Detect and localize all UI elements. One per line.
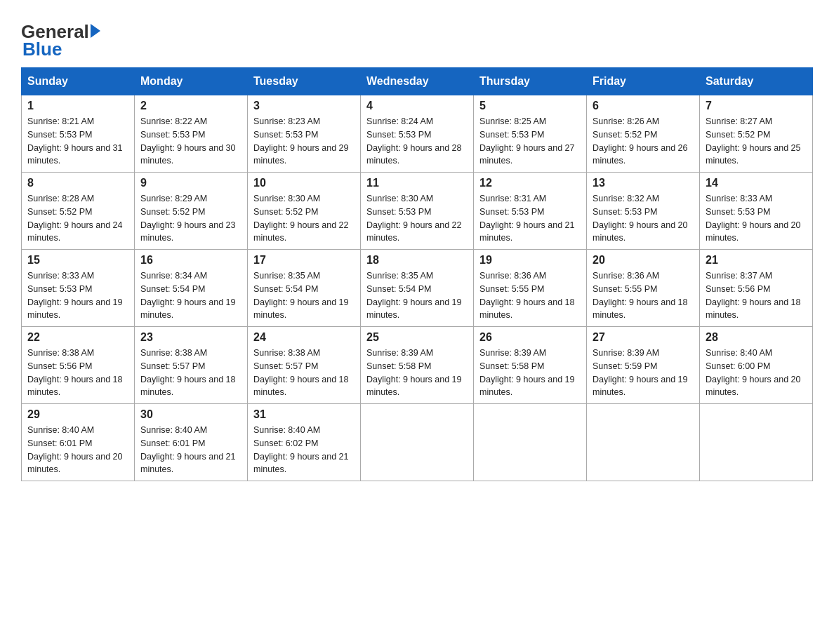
day-number: 15 [27, 254, 128, 267]
calendar-day-cell: 1 Sunrise: 8:21 AM Sunset: 5:53 PM Dayli… [22, 95, 135, 173]
calendar-day-cell: 27 Sunrise: 8:39 AM Sunset: 5:59 PM Dayl… [587, 327, 700, 404]
weekday-header-thursday: Thursday [474, 68, 587, 95]
calendar-week-row: 22 Sunrise: 8:38 AM Sunset: 5:56 PM Dayl… [22, 327, 813, 404]
day-number: 20 [593, 254, 694, 267]
calendar-day-cell: 11 Sunrise: 8:30 AM Sunset: 5:53 PM Dayl… [361, 173, 474, 250]
day-number: 8 [27, 177, 128, 189]
calendar-day-cell: 21 Sunrise: 8:37 AM Sunset: 5:56 PM Dayl… [700, 250, 813, 327]
day-number: 23 [140, 331, 241, 344]
calendar-day-cell [700, 404, 813, 481]
calendar-week-row: 29 Sunrise: 8:40 AM Sunset: 6:01 PM Dayl… [22, 404, 813, 481]
day-info: Sunrise: 8:36 AM Sunset: 5:55 PM Dayligh… [593, 269, 694, 322]
day-info: Sunrise: 8:38 AM Sunset: 5:57 PM Dayligh… [140, 347, 241, 399]
logo-blue-text: Blue [21, 39, 100, 60]
day-info: Sunrise: 8:30 AM Sunset: 5:52 PM Dayligh… [253, 192, 355, 245]
day-number: 3 [253, 100, 355, 112]
day-number: 17 [253, 254, 355, 267]
day-info: Sunrise: 8:33 AM Sunset: 5:53 PM Dayligh… [706, 192, 807, 245]
day-info: Sunrise: 8:27 AM Sunset: 5:52 PM Dayligh… [706, 115, 807, 168]
day-info: Sunrise: 8:40 AM Sunset: 6:01 PM Dayligh… [140, 424, 241, 476]
day-number: 24 [253, 331, 355, 344]
day-number: 6 [593, 100, 694, 112]
day-number: 9 [140, 177, 241, 189]
day-info: Sunrise: 8:21 AM Sunset: 5:53 PM Dayligh… [27, 115, 128, 168]
day-info: Sunrise: 8:36 AM Sunset: 5:55 PM Dayligh… [479, 269, 581, 322]
day-info: Sunrise: 8:40 AM Sunset: 6:01 PM Dayligh… [27, 424, 128, 476]
calendar-week-row: 15 Sunrise: 8:33 AM Sunset: 5:53 PM Dayl… [22, 250, 813, 327]
weekday-header-monday: Monday [135, 68, 248, 95]
calendar-day-cell [587, 404, 700, 481]
day-info: Sunrise: 8:24 AM Sunset: 5:53 PM Dayligh… [366, 115, 468, 168]
day-info: Sunrise: 8:39 AM Sunset: 5:58 PM Dayligh… [479, 347, 581, 399]
day-info: Sunrise: 8:34 AM Sunset: 5:54 PM Dayligh… [140, 269, 241, 322]
calendar-day-cell: 3 Sunrise: 8:23 AM Sunset: 5:53 PM Dayli… [248, 95, 361, 173]
day-info: Sunrise: 8:35 AM Sunset: 5:54 PM Dayligh… [253, 269, 355, 322]
calendar-day-cell: 23 Sunrise: 8:38 AM Sunset: 5:57 PM Dayl… [135, 327, 248, 404]
calendar-day-cell [361, 404, 474, 481]
calendar-day-cell: 20 Sunrise: 8:36 AM Sunset: 5:55 PM Dayl… [587, 250, 700, 327]
calendar-day-cell: 19 Sunrise: 8:36 AM Sunset: 5:55 PM Dayl… [474, 250, 587, 327]
day-number: 28 [706, 331, 807, 344]
day-info: Sunrise: 8:37 AM Sunset: 5:56 PM Dayligh… [706, 269, 807, 322]
calendar-day-cell: 31 Sunrise: 8:40 AM Sunset: 6:02 PM Dayl… [248, 404, 361, 481]
day-number: 29 [27, 408, 128, 421]
day-number: 16 [140, 254, 241, 267]
calendar-day-cell: 14 Sunrise: 8:33 AM Sunset: 5:53 PM Dayl… [700, 173, 813, 250]
weekday-header-tuesday: Tuesday [248, 68, 361, 95]
calendar-body: 1 Sunrise: 8:21 AM Sunset: 5:53 PM Dayli… [22, 95, 813, 481]
day-info: Sunrise: 8:39 AM Sunset: 5:58 PM Dayligh… [366, 347, 468, 399]
day-number: 31 [253, 408, 355, 421]
logo: General Blue [21, 21, 100, 60]
day-info: Sunrise: 8:26 AM Sunset: 5:52 PM Dayligh… [593, 115, 694, 168]
calendar-day-cell: 16 Sunrise: 8:34 AM Sunset: 5:54 PM Dayl… [135, 250, 248, 327]
weekday-header-saturday: Saturday [700, 68, 813, 95]
day-info: Sunrise: 8:38 AM Sunset: 5:56 PM Dayligh… [27, 347, 128, 399]
day-number: 2 [140, 100, 241, 112]
day-info: Sunrise: 8:28 AM Sunset: 5:52 PM Dayligh… [27, 192, 128, 245]
day-number: 30 [140, 408, 241, 421]
day-info: Sunrise: 8:23 AM Sunset: 5:53 PM Dayligh… [253, 115, 355, 168]
day-info: Sunrise: 8:33 AM Sunset: 5:53 PM Dayligh… [27, 269, 128, 322]
day-info: Sunrise: 8:35 AM Sunset: 5:54 PM Dayligh… [366, 269, 468, 322]
day-info: Sunrise: 8:29 AM Sunset: 5:52 PM Dayligh… [140, 192, 241, 245]
day-number: 27 [593, 331, 694, 344]
calendar-day-cell: 2 Sunrise: 8:22 AM Sunset: 5:53 PM Dayli… [135, 95, 248, 173]
weekday-header-wednesday: Wednesday [361, 68, 474, 95]
day-number: 11 [366, 177, 468, 189]
calendar-day-cell: 18 Sunrise: 8:35 AM Sunset: 5:54 PM Dayl… [361, 250, 474, 327]
day-number: 14 [706, 177, 807, 189]
calendar-table: SundayMondayTuesdayWednesdayThursdayFrid… [21, 67, 813, 481]
calendar-day-cell: 8 Sunrise: 8:28 AM Sunset: 5:52 PM Dayli… [22, 173, 135, 250]
logo-arrow-icon [91, 24, 100, 38]
calendar-day-cell: 13 Sunrise: 8:32 AM Sunset: 5:53 PM Dayl… [587, 173, 700, 250]
day-info: Sunrise: 8:32 AM Sunset: 5:53 PM Dayligh… [593, 192, 694, 245]
day-info: Sunrise: 8:38 AM Sunset: 5:57 PM Dayligh… [253, 347, 355, 399]
calendar-day-cell [474, 404, 587, 481]
day-number: 1 [27, 100, 128, 112]
day-number: 7 [706, 100, 807, 112]
day-info: Sunrise: 8:39 AM Sunset: 5:59 PM Dayligh… [593, 347, 694, 399]
day-number: 12 [479, 177, 581, 189]
day-info: Sunrise: 8:40 AM Sunset: 6:02 PM Dayligh… [253, 424, 355, 476]
calendar-day-cell: 25 Sunrise: 8:39 AM Sunset: 5:58 PM Dayl… [361, 327, 474, 404]
day-info: Sunrise: 8:25 AM Sunset: 5:53 PM Dayligh… [479, 115, 581, 168]
weekday-header-sunday: Sunday [22, 68, 135, 95]
day-number: 22 [27, 331, 128, 344]
calendar-day-cell: 12 Sunrise: 8:31 AM Sunset: 5:53 PM Dayl… [474, 173, 587, 250]
day-number: 5 [479, 100, 581, 112]
day-number: 21 [706, 254, 807, 267]
calendar-day-cell: 4 Sunrise: 8:24 AM Sunset: 5:53 PM Dayli… [361, 95, 474, 173]
day-number: 13 [593, 177, 694, 189]
calendar-day-cell: 26 Sunrise: 8:39 AM Sunset: 5:58 PM Dayl… [474, 327, 587, 404]
page-header: General Blue [21, 14, 813, 60]
day-number: 26 [479, 331, 581, 344]
calendar-day-cell: 17 Sunrise: 8:35 AM Sunset: 5:54 PM Dayl… [248, 250, 361, 327]
day-info: Sunrise: 8:30 AM Sunset: 5:53 PM Dayligh… [366, 192, 468, 245]
calendar-day-cell: 10 Sunrise: 8:30 AM Sunset: 5:52 PM Dayl… [248, 173, 361, 250]
calendar-day-cell: 15 Sunrise: 8:33 AM Sunset: 5:53 PM Dayl… [22, 250, 135, 327]
weekday-header-friday: Friday [587, 68, 700, 95]
day-number: 4 [366, 100, 468, 112]
calendar-day-cell: 5 Sunrise: 8:25 AM Sunset: 5:53 PM Dayli… [474, 95, 587, 173]
day-number: 10 [253, 177, 355, 189]
calendar-day-cell: 9 Sunrise: 8:29 AM Sunset: 5:52 PM Dayli… [135, 173, 248, 250]
